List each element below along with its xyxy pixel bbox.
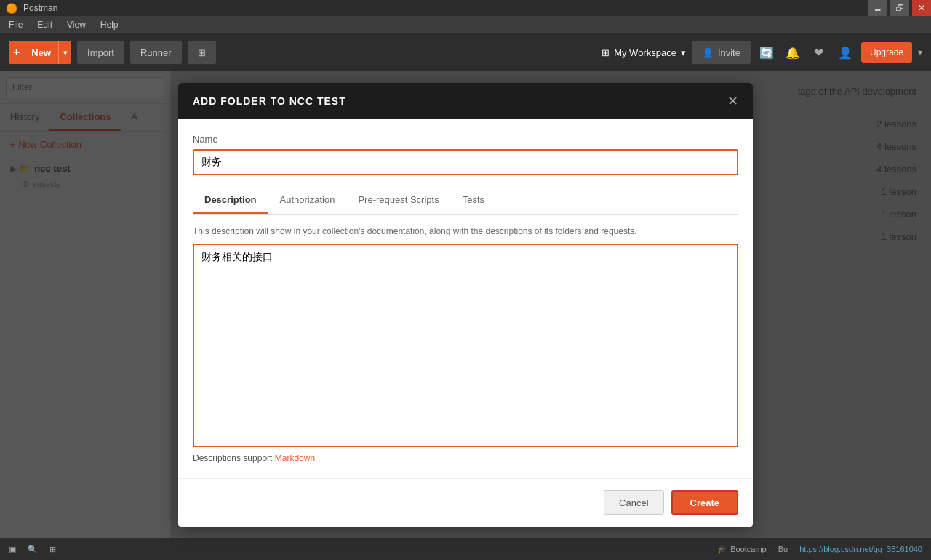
modal-body: Name Description Authorization Pre-reque…: [178, 119, 753, 478]
main-layout: History Collections A + New Collection ▶…: [0, 71, 931, 538]
runner-button[interactable]: Runner: [130, 41, 182, 64]
import-button[interactable]: Import: [77, 41, 124, 64]
invite-icon: 👤: [702, 47, 714, 58]
workspace-selector[interactable]: ⊞ My Workspace ▾: [602, 47, 686, 58]
tab-description[interactable]: Description: [193, 187, 268, 214]
invite-button[interactable]: 👤 Invite: [692, 41, 751, 64]
modal-close-button[interactable]: ✕: [727, 93, 738, 109]
title-bar: 🟠 Postman 🗕 🗗 ✕: [0, 0, 931, 16]
menu-bar: File Edit View Help: [0, 16, 931, 33]
status-grid[interactable]: ⊞: [49, 545, 56, 554]
bootcamp-text: Bootcamp: [730, 545, 767, 553]
menu-view[interactable]: View: [64, 18, 89, 31]
app-title: Postman: [23, 3, 925, 13]
toolbar: + New ▾ Import Runner ⊞ ⊞ My Workspace ▾…: [0, 33, 931, 71]
add-folder-modal: ADD FOLDER TO NCC TEST ✕ Name Descriptio…: [178, 83, 753, 527]
new-dropdown-arrow[interactable]: ▾: [58, 41, 71, 64]
maximize-button[interactable]: 🗗: [890, 0, 909, 16]
folder-name-input[interactable]: [193, 149, 738, 175]
toolbar-icons: 🔄 🔔 ❤ 👤: [756, 42, 855, 63]
upgrade-button[interactable]: Upgrade: [861, 42, 912, 63]
name-field-label: Name: [193, 134, 738, 145]
workspace-grid-icon: ⊞: [602, 47, 610, 58]
tab-tests[interactable]: Tests: [451, 187, 496, 214]
sync-icon[interactable]: 🔄: [756, 42, 777, 63]
close-button[interactable]: ✕: [912, 0, 931, 16]
menu-help[interactable]: Help: [97, 18, 121, 31]
create-button[interactable]: Create: [671, 490, 738, 515]
app-icon: 🟠: [6, 3, 17, 14]
status-bar: ▣ 🔍 ⊞ 🎓 Bootcamp Bu https://blog.csdn.ne…: [0, 538, 931, 560]
tab-authorization[interactable]: Authorization: [268, 187, 347, 214]
status-sidebar-toggle[interactable]: ▣: [9, 545, 16, 554]
status-search[interactable]: 🔍: [28, 545, 38, 554]
markdown-hint: Descriptions support Markdown: [193, 453, 738, 463]
bootcamp-icon: 🎓: [717, 545, 727, 554]
new-button[interactable]: + New ▾: [9, 41, 71, 64]
window-controls: 🗕 🗗 ✕: [868, 0, 931, 16]
layout-button[interactable]: ⊞: [188, 41, 216, 64]
cancel-button[interactable]: Cancel: [604, 490, 663, 515]
markdown-hint-text: Descriptions support: [193, 453, 275, 463]
markdown-link[interactable]: Markdown: [275, 453, 315, 463]
workspace-chevron-icon: ▾: [681, 47, 686, 58]
heart-icon[interactable]: ❤: [809, 42, 829, 63]
upgrade-chevron[interactable]: ▾: [918, 47, 922, 57]
minimize-button[interactable]: 🗕: [868, 0, 887, 16]
bu-text: Bu: [778, 545, 788, 553]
new-label: New: [27, 47, 55, 58]
workspace-label: My Workspace: [614, 47, 676, 58]
modal-footer: Cancel Create: [178, 478, 753, 527]
invite-label: Invite: [718, 47, 740, 58]
modal-tabs: Description Authorization Pre-request Sc…: [193, 187, 738, 215]
description-hint: This description will show in your colle…: [193, 226, 738, 236]
status-url: https://blog.csdn.net/qq_38161040: [799, 545, 922, 553]
description-textarea[interactable]: 财务相关的接口: [193, 244, 738, 447]
avatar[interactable]: 👤: [835, 42, 855, 63]
bu-label[interactable]: Bu: [778, 545, 788, 553]
new-plus-icon: +: [9, 46, 24, 59]
menu-file[interactable]: File: [6, 18, 25, 31]
bootcamp-label[interactable]: 🎓 Bootcamp: [717, 545, 767, 554]
tab-pre-request-scripts[interactable]: Pre-request Scripts: [346, 187, 450, 214]
menu-edit[interactable]: Edit: [34, 18, 55, 31]
modal-title: ADD FOLDER TO NCC TEST: [193, 95, 346, 107]
bell-icon[interactable]: 🔔: [783, 42, 803, 63]
modal-header: ADD FOLDER TO NCC TEST ✕: [178, 83, 753, 119]
